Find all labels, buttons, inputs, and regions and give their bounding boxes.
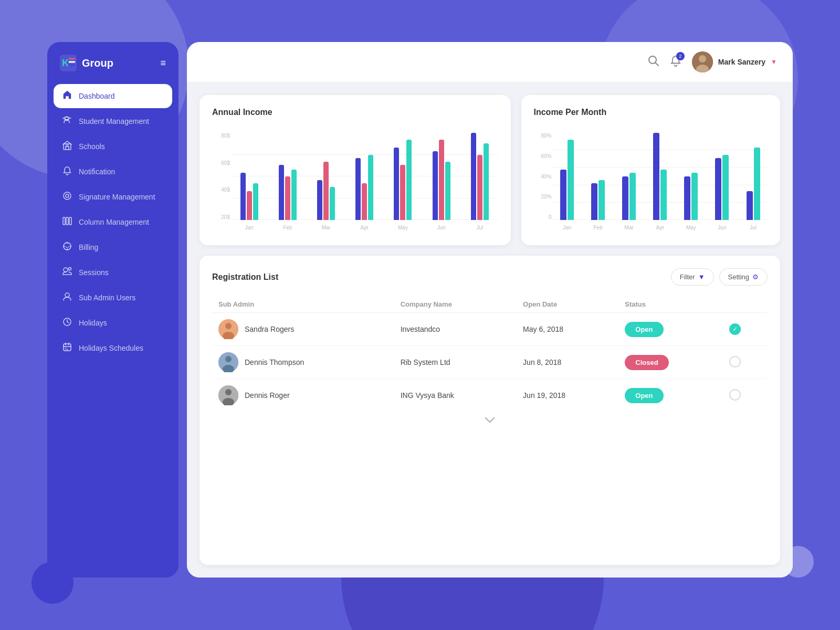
sidebar-item-holidays-schedules[interactable]: Holidays Schedules <box>54 336 172 360</box>
filter-button[interactable]: Filter ▼ <box>671 268 714 286</box>
svg-point-14 <box>64 268 68 272</box>
sidebar-item-label: Holidays <box>79 319 107 327</box>
y-label: 0 <box>549 214 552 220</box>
svg-point-15 <box>69 268 71 270</box>
home-icon <box>62 90 72 102</box>
status-cell: Open <box>618 379 723 412</box>
sidebar-item-sessions[interactable]: Sessions <box>54 260 172 285</box>
svg-rect-10 <box>63 217 65 225</box>
sidebar-item-notification[interactable]: Notification <box>54 160 172 184</box>
x-label: Jan <box>231 225 267 230</box>
y-label: 80$ <box>221 133 230 139</box>
sidebar-header: K Group ≡ <box>47 55 178 84</box>
notification-icon <box>62 166 72 177</box>
sidebar-item-sub-admin-users[interactable]: Sub Admin Users <box>54 286 172 310</box>
content-area: 2 Mark Sanzery ▼ Annual In <box>187 42 793 578</box>
svg-point-16 <box>65 293 69 297</box>
dropdown-arrow-icon: ▼ <box>771 58 777 66</box>
user-cell: Sandra Rogers <box>212 313 394 346</box>
checkbox-cell[interactable] <box>723 346 768 379</box>
y-label: 60% <box>541 153 551 159</box>
row-checkbox[interactable] <box>729 389 741 401</box>
annual-income-card: Annual Income 20$ <box>200 95 511 245</box>
column-icon <box>62 216 72 228</box>
checkbox-cell[interactable] <box>723 379 768 412</box>
sidebar-nav: Dashboard Student Management <box>47 84 178 360</box>
x-label: Jul <box>739 225 768 230</box>
sidebar-item-schools[interactable]: Schools <box>54 134 172 159</box>
expand-button[interactable] <box>212 412 768 428</box>
svg-rect-11 <box>66 217 68 225</box>
schedule-icon <box>62 342 72 354</box>
sidebar-item-label: Dashboard <box>79 92 115 100</box>
x-label: Jun <box>423 225 459 230</box>
sidebar-item-column-management[interactable]: Column Management <box>54 210 172 234</box>
row-checkbox[interactable] <box>729 356 741 368</box>
setting-button[interactable]: Setting ⚙ <box>719 268 768 286</box>
income-per-month-card: Income Per Month <box>521 95 781 245</box>
x-label: May <box>385 225 421 230</box>
svg-rect-7 <box>66 144 68 146</box>
charts-row: Annual Income 20$ <box>200 95 780 245</box>
x-label: Jul <box>461 225 498 230</box>
svg-point-21 <box>699 55 706 62</box>
open-date: Jun 19, 2018 <box>517 379 618 412</box>
x-label: Mar <box>308 225 344 230</box>
svg-point-30 <box>225 389 232 395</box>
income-per-month-title: Income Per Month <box>534 108 768 117</box>
filter-label: Filter <box>680 273 695 281</box>
y-label: 40$ <box>221 187 230 193</box>
y-label: 60$ <box>221 160 230 166</box>
company-name: Rib System Ltd <box>394 346 517 379</box>
status-badge: Closed <box>625 355 668 370</box>
sidebar-item-holidays[interactable]: Holidays <box>54 311 172 335</box>
logo-icon: K <box>60 55 77 71</box>
company-name: Investandco <box>394 313 517 346</box>
avatar <box>692 51 713 72</box>
user-name: Dennis Roger <box>245 391 290 400</box>
filter-icon: ▼ <box>698 273 705 281</box>
sidebar-item-signature-management[interactable]: Signature Management <box>54 185 172 209</box>
y-label: 80% <box>541 133 551 139</box>
list-title: Registration List <box>212 272 278 282</box>
holidays-icon <box>62 317 72 329</box>
student-icon <box>62 116 72 127</box>
row-checkbox[interactable]: ✓ <box>729 323 741 335</box>
sidebar-item-label: Billing <box>79 243 98 251</box>
checkbox-cell[interactable]: ✓ <box>723 313 768 346</box>
user-name: Dennis Thompson <box>245 358 304 366</box>
sidebar-item-label: Signature Management <box>79 193 155 201</box>
x-label: Feb <box>584 225 613 230</box>
sidebar-item-label: Notification <box>79 167 115 176</box>
sidebar-item-billing[interactable]: Billing <box>54 235 172 259</box>
content-body: Annual Income 20$ <box>187 82 793 578</box>
col-action <box>723 296 768 313</box>
user-name: Sandra Rogers <box>245 325 294 333</box>
sidebar-item-student-management[interactable]: Student Management <box>54 109 172 133</box>
sidebar-item-label: Sub Admin Users <box>79 293 135 302</box>
user-profile[interactable]: Mark Sanzery ▼ <box>692 51 777 72</box>
notification-button[interactable]: 2 <box>670 55 681 69</box>
status-cell: Open <box>618 313 723 346</box>
sidebar-item-dashboard[interactable]: Dashboard <box>54 84 172 108</box>
table-row: Sandra Rogers Investandco May 6, 2018 Op… <box>212 313 768 346</box>
svg-rect-12 <box>69 217 71 225</box>
user-name: Mark Sanzery <box>718 58 765 66</box>
svg-point-24 <box>225 323 232 329</box>
col-status: Status <box>618 296 723 313</box>
user-cell: Dennis Thompson <box>212 346 394 379</box>
status-cell: Closed <box>618 346 723 379</box>
registration-list-card: Registration List Filter ▼ Setting ⚙ <box>200 256 780 565</box>
app-title: Group <box>82 57 113 69</box>
hamburger-icon[interactable]: ≡ <box>160 58 166 69</box>
svg-point-8 <box>64 192 71 200</box>
avatar <box>218 352 238 372</box>
sidebar-item-label: Student Management <box>79 117 149 125</box>
billing-icon <box>62 242 72 253</box>
avatar <box>218 319 238 339</box>
sessions-icon <box>62 267 72 278</box>
registration-table: Sub Admin Company Name Open Date Status <box>212 296 768 412</box>
search-button[interactable] <box>648 55 659 69</box>
schools-icon <box>62 141 72 152</box>
col-company-name: Company Name <box>394 296 517 313</box>
